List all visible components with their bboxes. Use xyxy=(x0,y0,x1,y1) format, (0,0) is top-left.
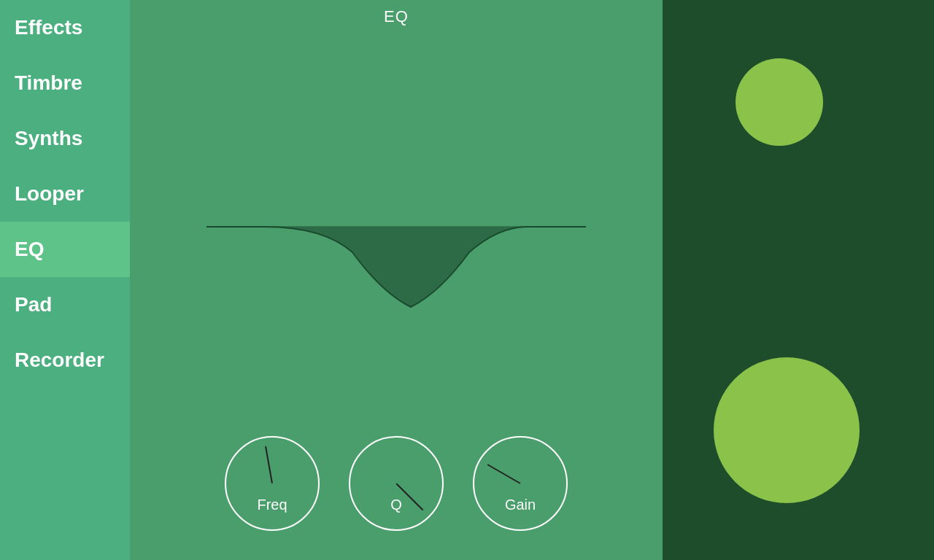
q-knob[interactable]: Q xyxy=(349,436,444,531)
q-label: Q xyxy=(390,497,402,513)
orb-small[interactable] xyxy=(736,58,823,146)
knobs-area: Freq Q Gain xyxy=(130,421,663,560)
gain-label: Gain xyxy=(505,497,536,513)
eq-panel: EQ Freq xyxy=(130,0,663,560)
sidebar-item-recorder[interactable]: Recorder xyxy=(0,332,130,388)
sidebar: Effects Timbre Synths Looper EQ Pad Reco… xyxy=(0,0,130,560)
gain-knob[interactable]: Gain xyxy=(473,436,568,531)
gain-needle xyxy=(487,464,520,484)
sidebar-item-synths[interactable]: Synths xyxy=(0,111,130,166)
freq-knob[interactable]: Freq xyxy=(225,436,320,531)
eq-panel-title: EQ xyxy=(130,0,663,32)
sidebar-item-pad[interactable]: Pad xyxy=(0,277,130,332)
sidebar-item-looper[interactable]: Looper xyxy=(0,166,130,222)
eq-display[interactable] xyxy=(130,32,663,421)
right-panel xyxy=(663,0,934,560)
eq-curve-display xyxy=(207,132,586,322)
freq-knob-container: Freq xyxy=(225,436,320,531)
sidebar-item-timbre[interactable]: Timbre xyxy=(0,55,130,111)
sidebar-item-effects[interactable]: Effects xyxy=(0,0,130,55)
freq-needle xyxy=(265,446,273,484)
main-content: EQ Freq xyxy=(130,0,877,560)
sidebar-item-eq[interactable]: EQ xyxy=(0,222,130,277)
gain-knob-container: Gain xyxy=(473,436,568,531)
q-knob-container: Q xyxy=(349,436,444,531)
freq-label: Freq xyxy=(257,497,287,513)
orb-large[interactable] xyxy=(714,357,860,503)
